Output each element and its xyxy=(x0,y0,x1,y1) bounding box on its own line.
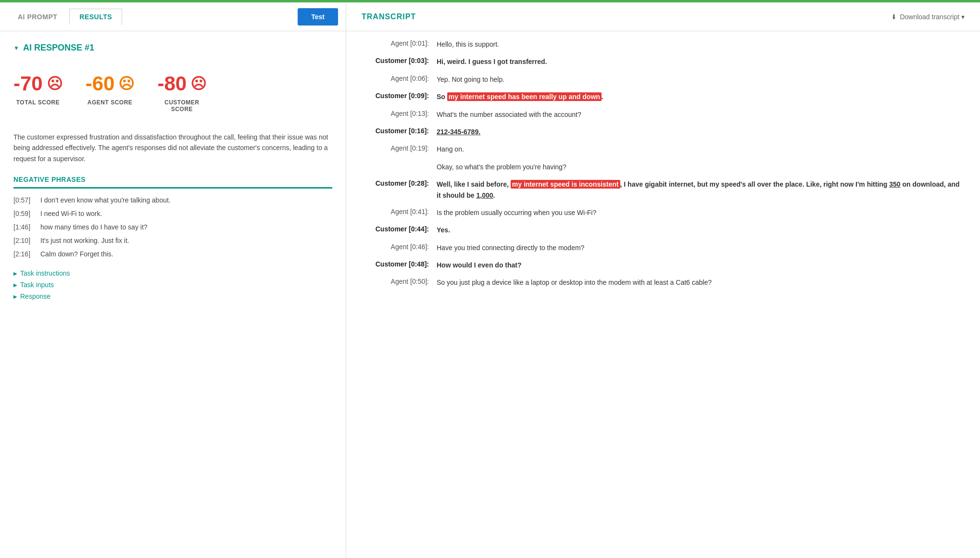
speech-text: How would I even do that? xyxy=(437,260,965,270)
ai-response-title: AI RESPONSE #1 xyxy=(23,43,94,53)
download-icon: ⬇ xyxy=(891,13,897,21)
collapse-chevron[interactable]: ▼ xyxy=(13,45,19,51)
speech-text: So you just plug a device like a laptop … xyxy=(437,277,965,288)
table-row: Agent [0:46]: Have you tried connecting … xyxy=(362,242,965,253)
triangle-icon: ▶ xyxy=(13,271,17,276)
speech-text: What's the number associated with the ac… xyxy=(437,109,965,120)
speaker-label xyxy=(362,162,429,162)
test-button[interactable]: Test xyxy=(298,8,338,25)
tab-ai-prompt[interactable]: AI PROMPT xyxy=(8,9,67,25)
speaker-label: Customer [0:09]: xyxy=(362,91,429,100)
speaker-label: Customer [0:48]: xyxy=(362,260,429,268)
list-item: [2:10] It's just not working. Just fix i… xyxy=(13,237,332,244)
transcript-header: TRANSCRIPT ⬇ Download transcript ▾ xyxy=(346,2,980,31)
list-item: [1:46] how many times do I have to say i… xyxy=(13,223,332,231)
customer-score-value: -80 ☹ xyxy=(157,72,206,95)
agent-score-number: -60 xyxy=(86,72,115,95)
speaker-label: Customer [0:44]: xyxy=(362,225,429,233)
table-row: Customer [0:09]: So my internet speed ha… xyxy=(362,91,965,102)
speaker-label: Customer [0:03]: xyxy=(362,56,429,64)
speaker-label: Agent [0:19]: xyxy=(362,144,429,152)
customer-score-number: -80 xyxy=(157,72,187,95)
left-panel: AI PROMPT RESULTS Test ▼ AI RESPONSE #1 … xyxy=(0,2,346,558)
table-row: Customer [0:03]: Hi, weird. I guess I go… xyxy=(362,56,965,67)
table-row: Customer [0:28]: Well, like I said befor… xyxy=(362,179,965,201)
speech-text: Yes. xyxy=(437,225,965,235)
task-inputs-label: Task inputs xyxy=(20,281,54,289)
negative-phrases-title: NEGATIVE PHRASES xyxy=(13,176,332,183)
tab-results[interactable]: RESULTS xyxy=(69,9,122,25)
task-inputs-link[interactable]: ▶ Task inputs xyxy=(13,281,332,289)
download-transcript-button[interactable]: ⬇ Download transcript ▾ xyxy=(891,13,965,21)
table-row: Customer [0:48]: How would I even do tha… xyxy=(362,260,965,270)
speech-text: Well, like I said before, my internet sp… xyxy=(437,179,965,201)
task-instructions-link[interactable]: ▶ Task instructions xyxy=(13,269,332,277)
speaker-label: Agent [0:13]: xyxy=(362,109,429,117)
ai-response-header: ▼ AI RESPONSE #1 xyxy=(13,43,332,53)
total-score-number: -70 xyxy=(13,72,43,95)
speaker-label: Agent [0:50]: xyxy=(362,277,429,285)
customer-score-label: CUSTOMERSCORE xyxy=(164,99,199,113)
agent-score-emoji: ☹ xyxy=(118,75,134,93)
phrase-time: [0:57] xyxy=(13,196,33,204)
speaker-label: Agent [0:46]: xyxy=(362,242,429,251)
teal-divider xyxy=(13,187,332,189)
total-score-label: TOTAL SCORE xyxy=(16,99,60,106)
list-item: [0:57] I don't even know what you're tal… xyxy=(13,196,332,204)
total-score-item: -70 ☹ TOTAL SCORE xyxy=(13,72,63,106)
table-row: Customer [0:44]: Yes. xyxy=(362,225,965,235)
agent-score-value: -60 ☹ xyxy=(86,72,135,95)
highlighted-phrase: my internet speed is inconsistent xyxy=(511,180,620,189)
speech-text: Is the problem usually occurring when yo… xyxy=(437,207,965,218)
total-score-emoji: ☹ xyxy=(47,75,63,93)
speech-text: Have you tried connecting directly to th… xyxy=(437,242,965,253)
speech-text: Okay, so what's the problem you're havin… xyxy=(437,162,965,172)
table-row: Agent [0:01]: Hello, this is support. xyxy=(362,39,965,50)
triangle-icon: ▶ xyxy=(13,282,17,288)
highlighted-phrase: my internet speed has been really up and… xyxy=(447,92,602,101)
underlined-text: 212-345-6789. xyxy=(437,128,480,136)
speech-text: Hang on. xyxy=(437,144,965,154)
speaker-label: Customer [0:16]: xyxy=(362,127,429,135)
summary-text: The customer expressed frustration and d… xyxy=(13,132,332,164)
transcript-title: TRANSCRIPT xyxy=(362,13,416,21)
speaker-label: Agent [0:06]: xyxy=(362,74,429,82)
customer-score-item: -80 ☹ CUSTOMERSCORE xyxy=(157,72,206,113)
table-row: Customer [0:16]: 212-345-6789. xyxy=(362,127,965,137)
phrase-text: I don't even know what you're talking ab… xyxy=(40,196,171,204)
left-content: ▼ AI RESPONSE #1 -70 ☹ TOTAL SCORE -60 ☹ xyxy=(0,31,346,558)
task-instructions-label: Task instructions xyxy=(20,269,70,277)
speech-text: So my internet speed has been really up … xyxy=(437,91,965,102)
transcript-content: Agent [0:01]: Hello, this is support. Cu… xyxy=(346,31,980,558)
table-row: Agent [0:13]: What's the number associat… xyxy=(362,109,965,120)
table-row: Agent [0:41]: Is the problem usually occ… xyxy=(362,207,965,218)
underlined-text: 350 xyxy=(889,180,900,188)
agent-score-label: AGENT SCORE xyxy=(88,99,133,106)
list-item: [0:59] I need Wi-Fi to work. xyxy=(13,210,332,217)
speech-text: Hi, weird. I guess I got transferred. xyxy=(437,56,965,67)
phrase-text: Calm down? Forget this. xyxy=(40,250,113,258)
phrase-time: [1:46] xyxy=(13,223,33,231)
speaker-label: Agent [0:01]: xyxy=(362,39,429,47)
right-panel: TRANSCRIPT ⬇ Download transcript ▾ Agent… xyxy=(346,2,980,558)
phrase-text: how many times do I have to say it? xyxy=(40,223,148,231)
customer-score-emoji: ☹ xyxy=(190,75,206,93)
list-item: [2:16] Calm down? Forget this. xyxy=(13,250,332,258)
phrase-text: I need Wi-Fi to work. xyxy=(40,210,102,217)
phrase-time: [0:59] xyxy=(13,210,33,217)
negative-phrases-section: NEGATIVE PHRASES [0:57] I don't even kno… xyxy=(13,176,332,258)
response-label: Response xyxy=(20,292,50,300)
app-layout: AI PROMPT RESULTS Test ▼ AI RESPONSE #1 … xyxy=(0,2,980,558)
phrase-time: [2:16] xyxy=(13,250,33,258)
underlined-text: 1,000 xyxy=(476,191,493,199)
speaker-label: Customer [0:28]: xyxy=(362,179,429,187)
agent-score-item: -60 ☹ AGENT SCORE xyxy=(86,72,135,106)
triangle-icon: ▶ xyxy=(13,294,17,299)
table-row: Agent [0:50]: So you just plug a device … xyxy=(362,277,965,288)
bottom-links: ▶ Task instructions ▶ Task inputs ▶ Resp… xyxy=(13,269,332,300)
speech-text: Yep. Not going to help. xyxy=(437,74,965,85)
speech-text: Hello, this is support. xyxy=(437,39,965,50)
response-link[interactable]: ▶ Response xyxy=(13,292,332,300)
tabs-bar: AI PROMPT RESULTS Test xyxy=(0,2,346,31)
download-label: Download transcript ▾ xyxy=(900,13,965,21)
